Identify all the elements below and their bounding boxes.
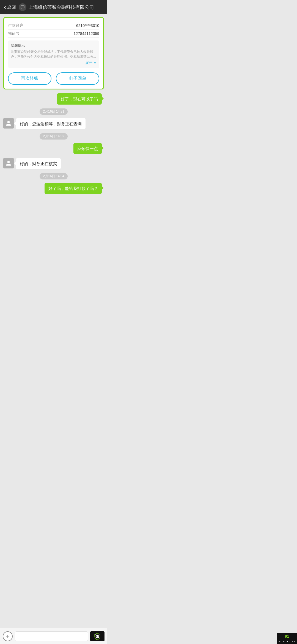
message-row: 麻烦快一点 — [3, 143, 104, 154]
electronic-receipt-button[interactable]: 电子回单 — [56, 72, 99, 85]
time-divider: 2月16日 14:34 — [3, 173, 104, 179]
receipt-buttons: 再次转账 电子回单 — [8, 72, 99, 85]
time-label: 2月16日 14:32 — [40, 133, 67, 140]
sent-bubble: 好了，现在可以了吗 — [57, 93, 102, 105]
voucher-value: 127844112359 — [74, 31, 99, 36]
message-row: 好的，您这边稍等，财务正在查询 — [3, 118, 104, 129]
transfer-again-button[interactable]: 再次转账 — [8, 72, 51, 85]
sent-bubble: 麻烦快一点 — [73, 143, 102, 154]
chat-icon — [19, 3, 26, 11]
time-divider: 2月16日 14:31 — [3, 108, 104, 115]
notice-box: 温馨提示 此页面说明转账交易受理成功，不代表资金已转入收款账户，不作为收付方交易… — [8, 40, 99, 68]
received-bubble: 好的，财务正在核实 — [16, 158, 61, 169]
received-bubble: 好的，您这边稍等，财务正在查询 — [16, 118, 86, 129]
account-value: 6210****3010 — [76, 23, 99, 28]
avatar — [3, 158, 14, 168]
notice-text: 此页面说明转账交易受理成功，不代表资金已转入收款账户，不作为收付方交易确认的最终… — [11, 49, 97, 59]
receipt-row-voucher: 凭证号 127844112359 — [8, 30, 99, 38]
chat-area: 付款账户 6210****3010 凭证号 127844112359 温馨提示 … — [0, 14, 107, 220]
expand-link[interactable]: 展开 ∨ — [11, 60, 97, 65]
chat-header: 返回 上海维信荟智金融科技有限公司 — [0, 0, 107, 14]
voucher-label: 凭证号 — [8, 31, 20, 36]
back-label: 返回 — [7, 4, 16, 10]
time-label: 2月16日 14:34 — [40, 173, 67, 179]
header-title: 上海维信荟智金融科技有限公司 — [29, 4, 94, 10]
message-row: 好的，财务正在核实 — [3, 158, 104, 169]
messages-container: 好了，现在可以了吗2月16日 14:31好的，您这边稍等，财务正在查询2月16日… — [3, 93, 104, 194]
time-label: 2月16日 14:31 — [40, 108, 67, 115]
sent-bubble: 好了吗，能给我打款了吗？ — [45, 183, 102, 194]
time-divider: 2月16日 14:32 — [3, 133, 104, 140]
avatar — [3, 118, 14, 129]
notice-title: 温馨提示 — [11, 43, 97, 48]
receipt-card: 付款账户 6210****3010 凭证号 127844112359 温馨提示 … — [3, 17, 104, 89]
back-button[interactable]: 返回 — [4, 4, 16, 10]
receipt-row-account: 付款账户 6210****3010 — [8, 22, 99, 30]
message-row: 好了吗，能给我打款了吗？ — [3, 183, 104, 194]
account-label: 付款账户 — [8, 23, 23, 28]
message-row: 好了，现在可以了吗 — [3, 93, 104, 105]
